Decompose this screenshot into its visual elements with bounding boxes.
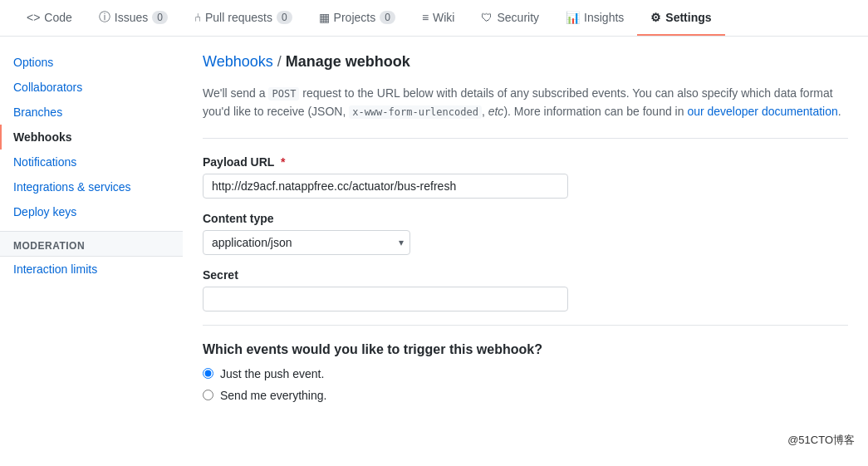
breadcrumb: Webhooks / Manage webhook — [203, 53, 848, 71]
breadcrumb-current: Manage webhook — [286, 53, 410, 70]
code-icon: <> — [27, 11, 40, 24]
pull-requests-icon: ⑃ — [194, 11, 201, 24]
security-icon: 🛡 — [481, 11, 493, 24]
main-content: Webhooks / Manage webhook We'll send a P… — [183, 37, 868, 452]
payload-url-label: Payload URL * — [203, 155, 848, 169]
top-nav: <> Code ⓘ Issues 0 ⑃ Pull requests 0 ▦ P… — [0, 0, 868, 37]
tab-issues[interactable]: ⓘ Issues 0 — [86, 0, 181, 37]
info-text: We'll send a POST request to the URL bel… — [203, 84, 848, 139]
tab-pull-requests[interactable]: ⑃ Pull requests 0 — [181, 1, 306, 36]
required-marker: * — [281, 155, 285, 169]
sidebar-item-deploy-keys[interactable]: Deploy keys — [0, 199, 183, 224]
tab-code[interactable]: <> Code — [13, 1, 86, 36]
projects-icon: ▦ — [319, 11, 330, 24]
secret-label: Secret — [203, 268, 848, 282]
insights-icon: 📊 — [566, 11, 580, 24]
sidebar-item-webhooks[interactable]: Webhooks — [0, 125, 183, 150]
tab-projects[interactable]: ▦ Projects 0 — [306, 1, 409, 36]
section-divider — [203, 325, 848, 326]
sidebar: Options Collaborators Branches Webhooks … — [0, 37, 183, 452]
breadcrumb-parent-link[interactable]: Webhooks — [203, 53, 273, 70]
sidebar-item-interaction-limits[interactable]: Interaction limits — [0, 257, 183, 282]
content-type-select[interactable]: application/json application/x-www-form-… — [203, 230, 410, 255]
radio-item-everything: Send me everything. — [203, 389, 848, 402]
sidebar-item-collaborators[interactable]: Collaborators — [0, 75, 183, 100]
events-title: Which events would you like to trigger t… — [203, 342, 848, 357]
sidebar-nav: Options Collaborators Branches Webhooks … — [0, 50, 183, 224]
tab-security[interactable]: 🛡 Security — [468, 1, 552, 36]
payload-url-group: Payload URL * — [203, 155, 848, 199]
content-type-label: Content type — [203, 212, 848, 225]
payload-url-input[interactable] — [203, 174, 568, 199]
urlencoded-code: x-www-form-urlencoded — [349, 105, 482, 119]
tab-settings[interactable]: ⚙ Settings — [637, 1, 724, 36]
radio-item-push: Just the push event. — [203, 367, 848, 380]
post-code: POST — [268, 87, 299, 101]
tab-insights[interactable]: 📊 Insights — [552, 1, 637, 36]
sidebar-item-branches[interactable]: Branches — [0, 100, 183, 125]
radio-everything[interactable] — [203, 390, 213, 400]
content-type-select-wrap: application/json application/x-www-form-… — [203, 230, 410, 255]
radio-just-push[interactable] — [203, 368, 213, 379]
radio-group: Just the push event. Send me everything. — [203, 367, 848, 402]
issues-icon: ⓘ — [99, 10, 110, 25]
settings-icon: ⚙ — [650, 11, 661, 24]
sidebar-item-options[interactable]: Options — [0, 50, 183, 75]
radio-everything-label: Send me everything. — [220, 389, 326, 402]
moderation-nav: Interaction limits — [0, 257, 183, 282]
developer-docs-link[interactable]: our developer documentation — [687, 105, 837, 118]
secret-input[interactable] — [203, 287, 568, 311]
breadcrumb-separator: / — [277, 53, 286, 70]
moderation-section-header: Moderation — [0, 231, 183, 257]
push-link[interactable]: push — [264, 367, 289, 380]
sidebar-item-notifications[interactable]: Notifications — [0, 150, 183, 174]
watermark: @51CTO博客 — [782, 431, 860, 449]
content-type-group: Content type application/json applicatio… — [203, 212, 848, 255]
events-group: Which events would you like to trigger t… — [203, 342, 848, 402]
tab-wiki[interactable]: ≡ Wiki — [409, 1, 468, 36]
secret-group: Secret — [203, 268, 848, 311]
page-layout: Options Collaborators Branches Webhooks … — [0, 37, 868, 452]
sidebar-item-integrations[interactable]: Integrations & services — [0, 174, 183, 199]
radio-push-label: Just the push event. — [220, 367, 324, 380]
wiki-icon: ≡ — [422, 11, 429, 24]
